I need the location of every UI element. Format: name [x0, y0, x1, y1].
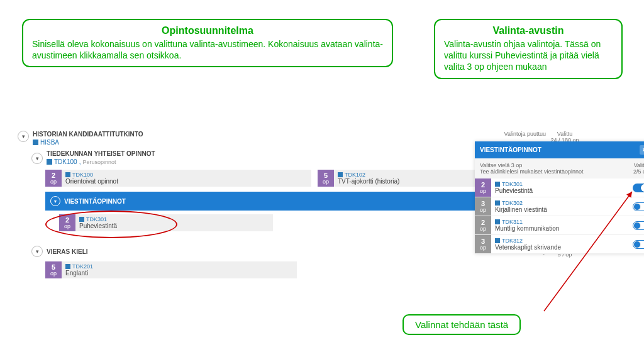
assist-item[interactable]: 3opTDK312Vetenskapligt skrivande [475, 235, 644, 254]
course-name: Vetenskapligt skrivande [495, 244, 629, 251]
toggle-switch[interactable] [633, 221, 644, 230]
faculty-code: TDK100 [54, 158, 77, 165]
course-code: TDK311 [495, 219, 629, 225]
selection-assistant-panel: VIESTINTÄOPINNOT × Valitse vielä 3 op Te… [475, 141, 644, 254]
calendar-icon [79, 217, 84, 222]
chevron-down-icon[interactable]: ▾ [18, 131, 29, 142]
course-card[interactable]: 2op TDK100 Orientoivat opinnot [45, 170, 311, 187]
course-name: Kirjallinen viestintä [495, 206, 629, 213]
communication-title: VIESTINTÄOPINNOT [64, 198, 491, 205]
course-name: Muntlig kommunikation [495, 225, 629, 232]
callout-assist-title: Valinta-avustin [444, 25, 613, 36]
chevron-down-icon[interactable]: ▾ [50, 196, 60, 206]
faculty-level: Perusopinnot [82, 159, 116, 165]
toggle-switch[interactable] [633, 184, 644, 192]
assist-item[interactable]: 3opTDK302Kirjallinen viestintä [475, 197, 644, 216]
course-code: TDK301 [495, 181, 629, 187]
assist-course-list: 2opTDK301Puheviestintä3opTDK302Kirjallin… [475, 178, 644, 254]
calendar-icon [47, 159, 52, 165]
callout-assist: Valinta-avustin Valinta-avustin ohjaa va… [434, 19, 623, 79]
assist-subheader: Valitse vielä 3 op Tee äidinkielesi muka… [475, 158, 644, 178]
close-icon[interactable]: × [640, 145, 644, 155]
degree-code[interactable]: HISBA [33, 139, 59, 146]
calendar-icon [65, 264, 70, 269]
callout-bottom: Valinnat tehdään tästä [402, 314, 521, 335]
course-card[interactable]: 2op TDK301 Puheviestintä [59, 214, 273, 231]
chevron-down-icon[interactable]: ▾ [31, 246, 43, 257]
toggle-switch[interactable] [633, 202, 644, 211]
assist-item[interactable]: 2opTDK301Puheviestintä [475, 178, 644, 197]
lang-title[interactable]: VIERAS KIELI [47, 248, 489, 255]
toggle-switch[interactable] [633, 240, 644, 249]
degree-missing-label: Valintoja puuttuu [489, 131, 546, 137]
callout-plan-title: Opintosuunnitelma [32, 25, 383, 36]
degree-selected-label: Valittu [546, 131, 584, 137]
assist-header: VIESTINTÄOPINNOT × [475, 141, 644, 158]
credit-badge: 3op [475, 235, 491, 253]
course-name: Puheviestintä [495, 187, 629, 194]
calendar-icon [33, 140, 38, 145]
assist-item[interactable]: 2opTDK311Muntlig kommunikation [475, 216, 644, 235]
calendar-icon [65, 172, 70, 177]
course-code: TDK312 [495, 238, 629, 244]
faculty-title[interactable]: TIEDEKUNNAN YHTEISET OPINNOT [47, 150, 489, 157]
course-code: TDK302 [495, 200, 629, 206]
credit-badge: 3op [475, 197, 491, 216]
credit-badge: 2op [475, 178, 491, 197]
callout-plan-body: Sinisellä oleva kokonaisuus on valittuna… [32, 38, 383, 61]
selected-course-wrapper: 2op TDK301 Puheviestintä [59, 214, 273, 231]
calendar-icon [338, 172, 343, 177]
lang-course-wrapper: 5op TDK201 Englanti [45, 261, 297, 278]
credit-badge: 2op [475, 216, 491, 234]
degree-title: HISTORIAN KANDIDAATTITUTKINTO [33, 131, 489, 138]
chevron-down-icon[interactable]: ▾ [31, 153, 43, 164]
course-card[interactable]: 5op TDK201 Englanti [45, 261, 297, 278]
callout-assist-body: Valinta-avustin ohjaa valintoja. Tässä o… [444, 38, 613, 73]
callout-plan: Opintosuunnitelma Sinisellä oleva kokona… [22, 19, 393, 67]
